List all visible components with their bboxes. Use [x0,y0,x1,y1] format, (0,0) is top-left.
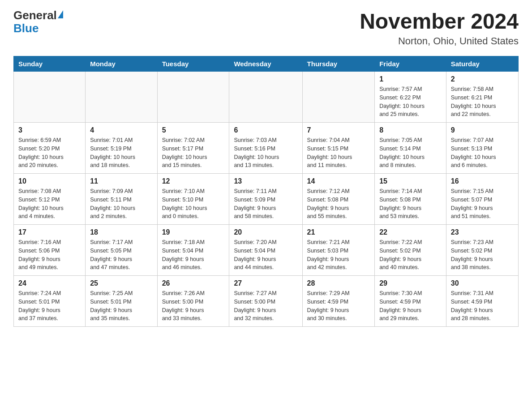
day-number: 13 [234,177,297,185]
calendar-day-cell: 1Sunrise: 7:57 AMSunset: 6:22 PMDaylight… [375,72,446,123]
calendar-weekday-header: Wednesday [229,56,302,72]
calendar-week-row: 24Sunrise: 7:24 AMSunset: 5:01 PMDayligh… [14,276,519,327]
day-sun-info: Sunrise: 7:29 AMSunset: 4:59 PMDaylight:… [307,289,370,323]
calendar-day-cell: 22Sunrise: 7:22 AMSunset: 5:02 PMDayligh… [375,225,446,276]
day-number: 7 [307,126,370,134]
day-number: 26 [162,279,225,287]
day-number: 16 [451,177,514,185]
day-sun-info: Sunrise: 7:12 AMSunset: 5:08 PMDaylight:… [307,187,370,221]
day-sun-info: Sunrise: 7:08 AMSunset: 5:12 PMDaylight:… [18,187,81,221]
calendar-day-cell [86,72,157,123]
calendar-header-row: SundayMondayTuesdayWednesdayThursdayFrid… [14,56,519,72]
day-sun-info: Sunrise: 7:14 AMSunset: 5:08 PMDaylight:… [379,187,442,221]
calendar-day-cell: 9Sunrise: 7:07 AMSunset: 5:13 PMDaylight… [446,123,518,174]
calendar-weekday-header: Thursday [302,56,375,72]
day-sun-info: Sunrise: 7:15 AMSunset: 5:07 PMDaylight:… [451,187,514,221]
day-number: 25 [90,279,152,287]
day-number: 20 [234,228,297,236]
calendar-day-cell: 5Sunrise: 7:02 AMSunset: 5:17 PMDaylight… [157,123,229,174]
day-number: 2 [451,75,514,83]
calendar-week-row: 3Sunrise: 6:59 AMSunset: 5:20 PMDaylight… [14,123,519,174]
calendar-day-cell [157,72,229,123]
logo-general-text: General [13,9,57,22]
calendar-day-cell [14,72,86,123]
day-sun-info: Sunrise: 7:04 AMSunset: 5:15 PMDaylight:… [307,136,370,170]
day-sun-info: Sunrise: 7:26 AMSunset: 5:00 PMDaylight:… [162,289,225,323]
day-sun-info: Sunrise: 7:58 AMSunset: 6:21 PMDaylight:… [451,85,514,119]
day-number: 4 [90,126,152,134]
calendar-weekday-header: Sunday [14,56,86,72]
day-sun-info: Sunrise: 7:03 AMSunset: 5:16 PMDaylight:… [234,136,297,170]
calendar-weekday-header: Monday [86,56,157,72]
day-number: 18 [90,228,152,236]
day-sun-info: Sunrise: 7:10 AMSunset: 5:10 PMDaylight:… [162,187,225,221]
logo-triangle-icon [58,10,63,18]
day-sun-info: Sunrise: 7:30 AMSunset: 4:59 PMDaylight:… [379,289,442,323]
calendar-day-cell: 13Sunrise: 7:11 AMSunset: 5:09 PMDayligh… [229,174,302,225]
calendar-day-cell: 20Sunrise: 7:20 AMSunset: 5:04 PMDayligh… [229,225,302,276]
day-number: 27 [234,279,297,287]
calendar-day-cell: 7Sunrise: 7:04 AMSunset: 5:15 PMDaylight… [302,123,375,174]
calendar-day-cell: 2Sunrise: 7:58 AMSunset: 6:21 PMDaylight… [446,72,518,123]
day-number: 6 [234,126,297,134]
page-header: General Blue November 2024 Norton, Ohio,… [13,9,519,47]
day-number: 1 [379,75,442,83]
day-sun-info: Sunrise: 7:23 AMSunset: 5:02 PMDaylight:… [451,238,514,272]
calendar-day-cell: 28Sunrise: 7:29 AMSunset: 4:59 PMDayligh… [302,276,375,327]
day-sun-info: Sunrise: 7:11 AMSunset: 5:09 PMDaylight:… [234,187,297,221]
calendar-day-cell: 11Sunrise: 7:09 AMSunset: 5:11 PMDayligh… [86,174,157,225]
day-number: 21 [307,228,370,236]
calendar-day-cell: 24Sunrise: 7:24 AMSunset: 5:01 PMDayligh… [14,276,86,327]
day-sun-info: Sunrise: 7:02 AMSunset: 5:17 PMDaylight:… [162,136,225,170]
day-sun-info: Sunrise: 7:22 AMSunset: 5:02 PMDaylight:… [379,238,442,272]
day-sun-info: Sunrise: 7:24 AMSunset: 5:01 PMDaylight:… [18,289,81,323]
calendar-weekday-header: Tuesday [157,56,229,72]
day-number: 8 [379,126,442,134]
day-sun-info: Sunrise: 7:25 AMSunset: 5:01 PMDaylight:… [90,289,152,323]
day-sun-info: Sunrise: 7:31 AMSunset: 4:59 PMDaylight:… [451,289,514,323]
day-number: 17 [18,228,81,236]
day-sun-info: Sunrise: 7:20 AMSunset: 5:04 PMDaylight:… [234,238,297,272]
calendar-day-cell: 6Sunrise: 7:03 AMSunset: 5:16 PMDaylight… [229,123,302,174]
day-number: 30 [451,279,514,287]
calendar-week-row: 17Sunrise: 7:16 AMSunset: 5:06 PMDayligh… [14,225,519,276]
calendar-day-cell: 16Sunrise: 7:15 AMSunset: 5:07 PMDayligh… [446,174,518,225]
day-sun-info: Sunrise: 7:27 AMSunset: 5:00 PMDaylight:… [234,289,297,323]
day-sun-info: Sunrise: 7:16 AMSunset: 5:06 PMDaylight:… [18,238,81,272]
day-sun-info: Sunrise: 7:09 AMSunset: 5:11 PMDaylight:… [90,187,152,221]
calendar-day-cell: 3Sunrise: 6:59 AMSunset: 5:20 PMDaylight… [14,123,86,174]
calendar-day-cell: 18Sunrise: 7:17 AMSunset: 5:05 PMDayligh… [86,225,157,276]
calendar-week-row: 10Sunrise: 7:08 AMSunset: 5:12 PMDayligh… [14,174,519,225]
calendar-day-cell: 10Sunrise: 7:08 AMSunset: 5:12 PMDayligh… [14,174,86,225]
calendar-weekday-header: Saturday [446,56,518,72]
day-number: 29 [379,279,442,287]
day-sun-info: Sunrise: 7:17 AMSunset: 5:05 PMDaylight:… [90,238,152,272]
day-number: 11 [90,177,152,185]
calendar-day-cell: 8Sunrise: 7:05 AMSunset: 5:14 PMDaylight… [375,123,446,174]
day-number: 5 [162,126,225,134]
calendar-day-cell: 19Sunrise: 7:18 AMSunset: 5:04 PMDayligh… [157,225,229,276]
calendar-day-cell: 29Sunrise: 7:30 AMSunset: 4:59 PMDayligh… [375,276,446,327]
day-sun-info: Sunrise: 7:21 AMSunset: 5:03 PMDaylight:… [307,238,370,272]
calendar-day-cell: 26Sunrise: 7:26 AMSunset: 5:00 PMDayligh… [157,276,229,327]
logo: General Blue [13,9,63,34]
day-number: 23 [451,228,514,236]
calendar-week-row: 1Sunrise: 7:57 AMSunset: 6:22 PMDaylight… [14,72,519,123]
day-number: 24 [18,279,81,287]
calendar-day-cell: 14Sunrise: 7:12 AMSunset: 5:08 PMDayligh… [302,174,375,225]
day-number: 10 [18,177,81,185]
day-number: 3 [18,126,81,134]
title-block: November 2024 Norton, Ohio, United State… [360,9,519,47]
day-number: 14 [307,177,370,185]
calendar-weekday-header: Friday [375,56,446,72]
calendar-day-cell: 27Sunrise: 7:27 AMSunset: 5:00 PMDayligh… [229,276,302,327]
calendar-day-cell [302,72,375,123]
day-sun-info: Sunrise: 6:59 AMSunset: 5:20 PMDaylight:… [18,136,81,170]
day-sun-info: Sunrise: 7:57 AMSunset: 6:22 PMDaylight:… [379,85,442,119]
day-number: 19 [162,228,225,236]
day-sun-info: Sunrise: 7:01 AMSunset: 5:19 PMDaylight:… [90,136,152,170]
calendar-table: SundayMondayTuesdayWednesdayThursdayFrid… [13,56,519,327]
day-sun-info: Sunrise: 7:05 AMSunset: 5:14 PMDaylight:… [379,136,442,170]
calendar-day-cell: 12Sunrise: 7:10 AMSunset: 5:10 PMDayligh… [157,174,229,225]
day-number: 22 [379,228,442,236]
